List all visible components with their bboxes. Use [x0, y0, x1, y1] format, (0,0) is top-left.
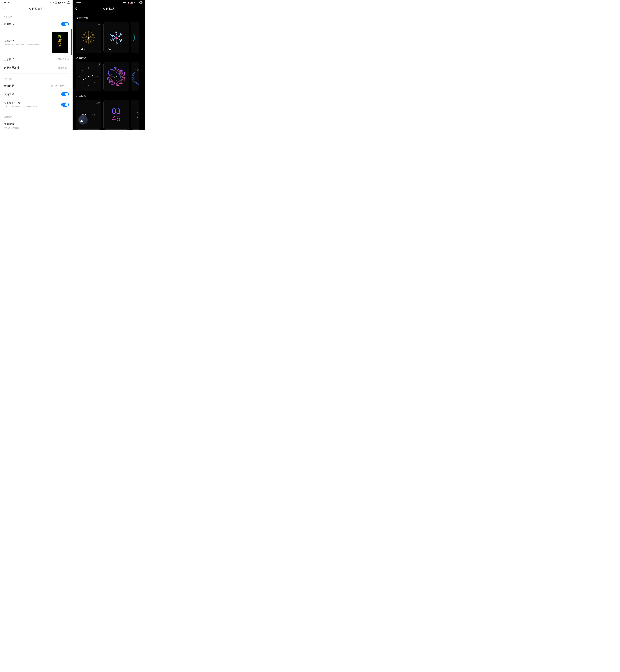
carousel-label: 锁屏画报	[4, 123, 19, 126]
svg-line-14	[96, 72, 97, 72]
24h-badge: 24H	[96, 102, 100, 103]
aod-style-preview-thumbnail: 你 瞅 啥	[52, 32, 68, 53]
category-label-kaleidoscope: 百变万花筒	[76, 13, 145, 22]
dial-clock-style-3-partial[interactable]	[131, 62, 139, 91]
hd-icon: HD	[130, 2, 133, 3]
row-display-mode[interactable]: 显示模式 始终显示 ›	[0, 55, 72, 63]
digital-clock-row[interactable]: 24H 03 : 45 03 45 3	[76, 100, 145, 130]
dynamic-badge-icon	[125, 63, 127, 65]
kaleidoscope-style-1[interactable]: 3:45	[76, 22, 101, 53]
display-mode-label: 显示模式	[4, 58, 14, 61]
digital-clock-style-3-partial[interactable]: 3	[131, 100, 139, 130]
svg-line-20	[84, 68, 84, 69]
category-label-dial-clock: 表盘时钟	[76, 53, 145, 62]
particle-clock-partial	[131, 66, 139, 87]
preview-line-3: 啥	[58, 43, 62, 47]
digital-clock-style-moon[interactable]: 24H 03 : 45	[76, 100, 101, 130]
status-time: 下午3:45	[75, 1, 82, 4]
row-aod-style[interactable]: 息屏样式 在息屏上显示时钟、日期、通知等个性内容 你 瞅 啥	[1, 29, 71, 55]
kaleidoscope-style-3-partial[interactable]	[131, 22, 139, 53]
highlighted-aod-style-row: 息屏样式 在息屏上显示时钟、日期、通知等个性内容 你 瞅 啥	[1, 29, 72, 55]
dial-clock-row[interactable]	[76, 62, 145, 91]
aod-display-toggle[interactable]	[61, 22, 69, 26]
double-tap-label: 双击亮屏与息屏	[4, 101, 38, 105]
partial-digit: 3	[136, 109, 139, 121]
svg-point-1	[115, 37, 117, 39]
kaleidoscope-style-2[interactable]: 3:45	[103, 22, 129, 53]
carousel-subtitle: 精美壁纸自动更换	[4, 127, 19, 129]
hd-icon: HD	[58, 2, 60, 3]
layered-badge-icon	[97, 63, 100, 65]
status-bar: 下午3:45 0.9K/s ⏰ HD 72	[0, 0, 72, 5]
kaleidoscope-teal-icon	[131, 30, 139, 46]
digital-time-display: 03 : 45	[82, 113, 96, 116]
row-raise-to-wake[interactable]: 抬起亮屏	[0, 90, 72, 99]
section-label-lockscreen: 锁屏设置	[0, 75, 72, 82]
digits-minutes: 45	[112, 115, 121, 122]
status-network-speed: 1.7K/s	[121, 1, 127, 4]
back-button[interactable]	[3, 7, 5, 11]
svg-line-3	[89, 75, 95, 77]
battery-indicator: 72	[140, 1, 143, 4]
svg-line-10	[82, 70, 83, 71]
digits-hours: 03	[112, 107, 121, 115]
double-tap-toggle[interactable]	[61, 103, 69, 107]
svg-line-13	[93, 68, 93, 69]
category-label-digital-clock: 数字时钟	[76, 91, 145, 100]
card-time-label: 3:45	[79, 47, 85, 51]
aod-display-label: 息屏显示	[4, 22, 14, 26]
aod-style-subtitle: 在息屏上显示时钟、日期、通知等个性内容	[4, 43, 49, 46]
svg-line-25	[116, 75, 122, 77]
display-mode-value: 始终显示	[58, 58, 67, 61]
status-network-speed: 0.9K/s	[49, 1, 54, 4]
svg-line-15	[96, 81, 97, 81]
card-time-label: 3:45	[107, 47, 112, 51]
aod-notification-label: 息屏来通知时	[4, 66, 19, 69]
particle-spiral-clock	[106, 66, 126, 87]
alarm-icon: ⏰	[127, 1, 130, 4]
row-auto-lock[interactable]: 自动锁屏 无操作 2 分钟后 ›	[0, 82, 72, 90]
svg-line-9	[94, 70, 95, 71]
svg-point-4	[88, 76, 89, 77]
gradient-digits-display: 03 45	[112, 107, 121, 122]
back-button[interactable]	[75, 7, 77, 11]
preview-line-1: 你	[58, 34, 62, 38]
dial-clock-style-1[interactable]	[76, 62, 101, 91]
row-aod-display[interactable]: 息屏显示	[0, 20, 72, 29]
signal-icon	[61, 2, 63, 3]
raise-wake-toggle[interactable]	[61, 92, 69, 96]
svg-line-2	[84, 77, 89, 80]
page-title: 息屏与锁屏	[29, 7, 44, 11]
svg-point-26	[133, 69, 139, 84]
kaleidoscope-row[interactable]: 3:45 3:45	[76, 22, 145, 53]
section-label-aod: 万象息屏	[0, 13, 72, 20]
section-label-lockscreen-display: 锁屏显示	[0, 114, 72, 120]
row-lockscreen-carousel[interactable]: 锁屏画报 精美壁纸自动更换	[0, 120, 72, 130]
page-title: 息屏样式	[103, 7, 115, 11]
wifi-icon	[64, 2, 66, 3]
chevron-right-icon: ›	[68, 66, 69, 69]
crescent-moon-icon	[78, 115, 88, 125]
auto-lock-label: 自动锁屏	[4, 84, 14, 88]
status-right-cluster: 0.9K/s ⏰ HD 72	[49, 1, 70, 4]
svg-line-17	[84, 84, 84, 85]
battery-indicator: 72	[67, 1, 70, 4]
svg-line-11	[94, 82, 95, 83]
svg-line-16	[93, 84, 93, 85]
dynamic-badge-icon	[97, 24, 100, 25]
analog-clock-face	[79, 66, 99, 87]
aod-notification-value: 播放光效	[58, 66, 67, 69]
page-header: 息屏样式	[72, 5, 145, 13]
digital-clock-style-gradient[interactable]: 03 45	[103, 100, 129, 130]
status-right-cluster: 1.7K/s ⏰ HD 72	[121, 1, 143, 4]
svg-line-19	[80, 72, 81, 72]
preview-line-2: 瞅	[58, 38, 62, 43]
row-aod-notification[interactable]: 息屏来通知时 播放光效 ›	[0, 63, 72, 72]
kaleidoscope-gold-icon	[81, 30, 97, 46]
aod-style-title: 息屏样式	[4, 39, 49, 43]
dial-clock-style-2[interactable]	[103, 62, 129, 91]
row-double-tap[interactable]: 双击亮屏与息屏 双击息屏功能仅在默认与经典主题下生效	[0, 99, 72, 110]
signal-icon	[134, 2, 136, 3]
status-time: 下午3:45	[2, 1, 10, 4]
settings-screen-aod-lockscreen: 下午3:45 0.9K/s ⏰ HD 72 息屏与锁屏 万象息屏 息屏显示	[0, 0, 72, 130]
